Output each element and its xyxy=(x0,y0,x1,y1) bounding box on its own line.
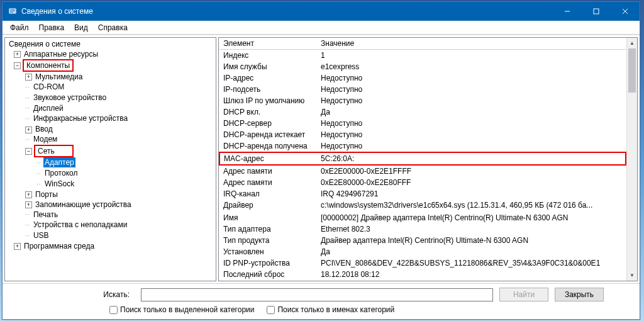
menu-edit[interactable]: Правка xyxy=(34,22,70,33)
cell-key: ID PNP-устройства xyxy=(219,257,317,269)
detail-list[interactable]: Элемент Значение Индекс1Имя службыe1cexp… xyxy=(219,38,626,281)
close-button[interactable] xyxy=(611,2,640,21)
expand-icon[interactable]: + xyxy=(25,127,32,133)
tree-hw[interactable]: +Аппаратные ресурсы xyxy=(5,49,216,59)
table-row[interactable]: IP-подсетьНедоступно xyxy=(219,84,626,95)
table-row[interactable]: MAC-адрес5C:26:0A: xyxy=(219,152,626,165)
tree-sound[interactable]: ·· Звуковое устройство xyxy=(5,93,216,103)
table-row[interactable]: Индекс2 xyxy=(219,280,626,281)
cell-key: Тип адаптера xyxy=(219,223,317,235)
column-header-element[interactable]: Элемент xyxy=(219,38,317,50)
table-row[interactable]: Имя службыe1cexpress xyxy=(219,61,626,72)
tree-problem[interactable]: ·· Устройства с неполадками xyxy=(5,220,216,230)
tree-ports[interactable]: +Порты xyxy=(5,189,216,200)
cell-key: Имя xyxy=(219,212,317,223)
cell-value: e1cexpress xyxy=(317,61,626,72)
tree-modem[interactable]: ·· Модем xyxy=(5,134,216,145)
tree-softenv[interactable]: +Программная среда xyxy=(5,241,216,251)
cell-key: IP-подсеть xyxy=(219,84,317,95)
table-row[interactable]: IRQ-каналIRQ 4294967291 xyxy=(219,188,626,200)
expand-icon[interactable]: + xyxy=(25,74,32,81)
cell-key: IP-адрес xyxy=(219,72,317,84)
table-row[interactable]: Шлюз IP по умолчаниюНедоступно xyxy=(219,95,626,106)
cell-value: Да xyxy=(317,246,626,257)
cell-key: DHCP-сервер xyxy=(219,118,317,129)
tree-cdrom[interactable]: ·· CD-ROM xyxy=(5,82,216,93)
cell-value: Недоступно xyxy=(317,95,626,106)
find-button[interactable]: Найти xyxy=(499,288,548,301)
cell-value: Недоступно xyxy=(317,129,626,140)
tree-printing[interactable]: ·· Печать xyxy=(5,210,216,220)
svg-rect-1 xyxy=(10,9,15,10)
cell-key: IRQ-канал xyxy=(219,188,317,200)
expand-icon[interactable]: + xyxy=(14,243,21,250)
cell-key: Адрес памяти xyxy=(219,165,317,177)
cell-key: Драйвер xyxy=(219,200,317,211)
menu-file[interactable]: Файл xyxy=(5,22,34,33)
cell-value: PCI\VEN_8086&DEV_422B&SUBSYS_11218086&RE… xyxy=(317,257,626,269)
table-row[interactable]: УстановленДа xyxy=(219,246,626,257)
expand-icon[interactable]: + xyxy=(14,51,21,58)
titlebar[interactable]: Сведения о системе xyxy=(3,2,640,21)
maximize-button[interactable] xyxy=(582,2,611,21)
tree-root[interactable]: Сведения о системе xyxy=(5,39,216,49)
tree-storage[interactable]: +Запоминающие устройства xyxy=(5,200,216,210)
scroll-down-button[interactable]: ▼ xyxy=(627,270,637,281)
only-category-names-checkbox[interactable]: Поиск только в именах категорий xyxy=(267,305,394,314)
tree-adapter[interactable]: ·· Адаптер xyxy=(5,157,216,168)
table-row[interactable]: Драйверc:\windows\system32\drivers\e1c65… xyxy=(219,200,626,211)
table-row[interactable]: Адрес памяти0xE2E80000-0xE2E80FFF xyxy=(219,177,626,188)
tree-display[interactable]: ·· Дисплей xyxy=(5,103,216,114)
menubar: Файл Правка Вид Справка xyxy=(3,21,640,35)
expand-icon[interactable]: + xyxy=(25,201,32,208)
cell-value: 18.12.2018 08:12 xyxy=(317,269,626,280)
cell-value: [00000002] Драйвер адаптера Intel(R) Cen… xyxy=(317,212,626,223)
table-row[interactable]: ID PNP-устройстваPCI\VEN_8086&DEV_422B&S… xyxy=(219,257,626,269)
only-selected-category-checkbox[interactable]: Поиск только в выделенной категории xyxy=(109,305,254,314)
cell-value: Недоступно xyxy=(317,140,626,152)
scroll-up-button[interactable]: ▲ xyxy=(627,38,637,48)
table-row[interactable]: Последний сброс18.12.2018 08:12 xyxy=(219,269,626,280)
search-input[interactable] xyxy=(141,288,493,301)
tree-network[interactable]: −Сеть xyxy=(5,145,216,157)
svg-rect-2 xyxy=(10,11,15,11)
table-row[interactable]: DHCP вкл.Да xyxy=(219,106,626,118)
tree-multimedia[interactable]: +Мультимедиа xyxy=(5,72,216,82)
scroll-track[interactable] xyxy=(627,48,637,270)
table-row[interactable]: DHCP-аренда полученаНедоступно xyxy=(219,140,626,152)
collapse-icon[interactable]: − xyxy=(25,148,32,155)
window-controls xyxy=(553,2,640,21)
system-info-window: Сведения о системе Файл Правка Вид Справ… xyxy=(2,1,640,320)
table-row[interactable]: Имя[00000002] Драйвер адаптера Intel(R) … xyxy=(219,212,626,223)
column-header-value[interactable]: Значение xyxy=(317,38,626,50)
search-bar: Искать: Найти Закрыть Поиск только в выд… xyxy=(3,283,640,319)
cell-key: DHCP-аренда истекает xyxy=(219,129,317,140)
collapse-icon[interactable]: − xyxy=(14,62,21,69)
scroll-thumb[interactable] xyxy=(628,48,636,93)
minimize-button[interactable] xyxy=(553,2,582,21)
table-row[interactable]: Адрес памяти0xE2E00000-0xE2E1FFFF xyxy=(219,165,626,177)
tree-usb[interactable]: ·· USB xyxy=(5,230,216,241)
cell-value: 5C:26:0A: xyxy=(317,152,626,165)
expand-icon[interactable]: + xyxy=(25,191,32,198)
cell-key: DHCP-аренда получена xyxy=(219,140,317,152)
tree-protocol[interactable]: ·· Протокол xyxy=(5,168,216,179)
menu-help[interactable]: Справка xyxy=(93,22,133,33)
category-tree[interactable]: Сведения о системе +Аппаратные ресурсы −… xyxy=(4,37,216,281)
table-row[interactable]: Тип продуктаДрайвер адаптера Intel(R) Ce… xyxy=(219,235,626,246)
table-row[interactable]: Индекс1 xyxy=(219,50,626,62)
menu-view[interactable]: Вид xyxy=(69,22,93,33)
tree-input[interactable]: +Ввод xyxy=(5,124,216,134)
cell-key: Шлюз IP по умолчанию xyxy=(219,95,317,106)
table-row[interactable]: DHCP-аренда истекаетНедоступно xyxy=(219,129,626,140)
cell-value: 1 xyxy=(317,50,626,62)
tree-infrared[interactable]: ·· Инфракрасные устройства xyxy=(5,113,216,124)
vertical-scrollbar[interactable]: ▲ ▼ xyxy=(626,38,637,281)
table-row[interactable]: DHCP-серверНедоступно xyxy=(219,118,626,129)
table-row[interactable]: Тип адаптераEthernet 802.3 xyxy=(219,223,626,235)
tree-winsock[interactable]: ·· WinSock xyxy=(5,179,216,189)
tree-components[interactable]: −Компоненты xyxy=(5,59,216,72)
table-row[interactable]: IP-адресНедоступно xyxy=(219,72,626,84)
close-search-button[interactable]: Закрыть xyxy=(555,288,604,301)
cell-key: Имя службы xyxy=(219,61,317,72)
